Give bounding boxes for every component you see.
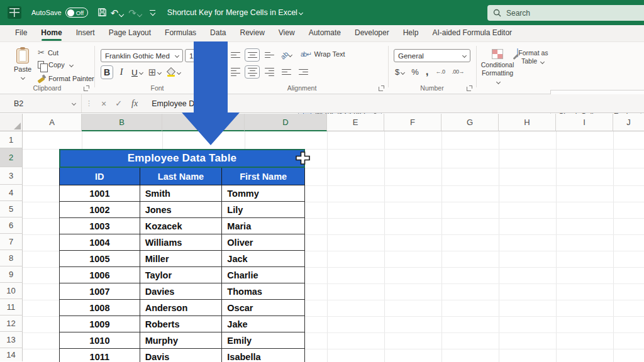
- row-header[interactable]: 13: [0, 332, 23, 348]
- cell-first-name[interactable]: Thomas: [222, 283, 304, 300]
- cancel-icon[interactable]: ×: [97, 99, 111, 109]
- ribbon-tab[interactable]: Developer: [348, 25, 396, 41]
- orientation-chevron-icon[interactable]: [288, 53, 292, 57]
- underline-chevron-icon[interactable]: [139, 70, 143, 74]
- row-header[interactable]: 10: [0, 283, 23, 299]
- cell-id[interactable]: 1011: [60, 349, 140, 362]
- cell-first-name[interactable]: Jake: [222, 316, 304, 332]
- column-header[interactable]: B: [82, 114, 162, 131]
- align-right-button[interactable]: [262, 65, 277, 79]
- row-header[interactable]: 12: [0, 315, 23, 332]
- align-middle-button[interactable]: [245, 48, 260, 62]
- row-header[interactable]: 7: [0, 234, 23, 250]
- cell-first-name[interactable]: Oliver: [222, 234, 304, 251]
- font-name-select[interactable]: Franklin Gothic Med: [101, 49, 183, 62]
- ribbon-tab[interactable]: Page Layout: [102, 25, 158, 41]
- merged-title-cell[interactable]: Employee Data Table: [59, 149, 305, 168]
- format-painter-button[interactable]: Format Painter: [38, 75, 94, 82]
- undo-chevron-icon[interactable]: [119, 11, 124, 16]
- cell-first-name[interactable]: Isabella: [222, 349, 304, 362]
- name-box[interactable]: B2: [0, 94, 82, 112]
- column-header[interactable]: E: [327, 114, 384, 131]
- number-dialog-launcher-icon[interactable]: [467, 85, 472, 91]
- cell-first-name[interactable]: Charlie: [222, 267, 304, 283]
- format-as-table-button[interactable]: Format as Table: [517, 49, 548, 65]
- cell-last-name[interactable]: Davis: [140, 349, 223, 362]
- row-header[interactable]: 4: [0, 185, 23, 201]
- row-header[interactable]: 1: [0, 131, 23, 148]
- ribbon-tab[interactable]: Home: [34, 25, 69, 41]
- decrease-decimal-button[interactable]: .00→: [452, 69, 465, 75]
- document-title[interactable]: Shortcut Key for Merge Cells in Excel: [167, 8, 303, 17]
- row-header[interactable]: 11: [0, 299, 23, 315]
- comma-button[interactable]: ,: [426, 65, 429, 78]
- cell-id[interactable]: 1007: [60, 283, 140, 300]
- cell-last-name[interactable]: Taylor: [140, 267, 223, 283]
- row-header[interactable]: 3: [0, 167, 23, 185]
- align-bottom-button[interactable]: [262, 48, 277, 62]
- column-header[interactable]: G: [441, 114, 499, 131]
- cell-first-name[interactable]: Tommy: [222, 185, 304, 202]
- row-header[interactable]: 5: [0, 201, 23, 217]
- column-header[interactable]: I: [556, 114, 613, 131]
- undo-icon[interactable]: ↶: [110, 7, 126, 19]
- cell-last-name[interactable]: Miller: [140, 251, 223, 267]
- cell-first-name[interactable]: Jack: [222, 251, 304, 267]
- cut-button[interactable]: ✂ Cut: [38, 48, 58, 57]
- cell-last-name[interactable]: Davies: [140, 283, 223, 300]
- align-center-button[interactable]: [245, 65, 260, 79]
- cell-id[interactable]: 1004: [60, 234, 140, 251]
- cell-id[interactable]: 1006: [60, 267, 140, 283]
- increase-indent-button[interactable]: [296, 65, 311, 79]
- ribbon-tab[interactable]: Automate: [302, 25, 348, 41]
- copy-chevron-icon[interactable]: [69, 62, 74, 67]
- customize-toolbar-icon[interactable]: [150, 10, 156, 15]
- clipboard-dialog-launcher-icon[interactable]: [84, 85, 89, 91]
- cell-id[interactable]: 1005: [60, 251, 140, 267]
- cell-last-name[interactable]: Jones: [140, 202, 223, 218]
- row-header[interactable]: 14: [0, 348, 23, 361]
- header-cell-last-name[interactable]: Last Name: [140, 168, 223, 185]
- cell-last-name[interactable]: Williams: [140, 234, 223, 251]
- column-header[interactable]: J: [613, 114, 644, 131]
- currency-chevron-icon[interactable]: [401, 70, 405, 75]
- paste-chevron-icon[interactable]: [20, 75, 25, 80]
- borders-chevron-icon[interactable]: [157, 70, 162, 74]
- ribbon-tab[interactable]: Data: [203, 25, 233, 41]
- ribbon-tab[interactable]: AI-aided Formula Editor: [425, 25, 519, 41]
- cell-last-name[interactable]: Murphy: [140, 332, 223, 349]
- cell-first-name[interactable]: Emily: [222, 332, 304, 349]
- search-box[interactable]: Search: [487, 5, 644, 21]
- orientation-button[interactable]: ab: [279, 48, 294, 62]
- ribbon-tab[interactable]: Help: [396, 25, 426, 41]
- conditional-formatting-button[interactable]: Conditional Formatting: [480, 49, 515, 85]
- borders-button[interactable]: ⊞: [147, 65, 164, 79]
- ribbon-tab[interactable]: File: [8, 25, 34, 41]
- row-header[interactable]: 8: [0, 250, 23, 266]
- row-header[interactable]: 2: [0, 148, 23, 167]
- italic-button[interactable]: I: [115, 65, 128, 79]
- excel-logo-icon[interactable]: [8, 6, 21, 19]
- header-cell-first-name[interactable]: First Name: [222, 168, 304, 185]
- paste-button[interactable]: Paste: [10, 48, 35, 80]
- ribbon-tab[interactable]: Formulas: [158, 25, 203, 41]
- cell-last-name[interactable]: Anderson: [140, 300, 223, 316]
- wrap-text-button[interactable]: ab↵ Wrap Text: [301, 50, 345, 58]
- ribbon-tab[interactable]: Insert: [69, 25, 102, 41]
- autosave-toggle[interactable]: Off: [65, 8, 88, 18]
- row-header[interactable]: 6: [0, 217, 23, 234]
- enter-icon[interactable]: ✓: [111, 99, 126, 108]
- cell-id[interactable]: 1003: [60, 218, 140, 234]
- underline-button[interactable]: U: [130, 65, 145, 79]
- cell-first-name[interactable]: Lily: [222, 202, 304, 218]
- column-header[interactable]: H: [499, 114, 556, 131]
- column-header[interactable]: D: [245, 114, 327, 131]
- select-all-corner[interactable]: [0, 114, 23, 131]
- copy-button[interactable]: Copy: [38, 61, 73, 69]
- bold-button[interactable]: B: [101, 65, 113, 79]
- column-header[interactable]: F: [384, 114, 441, 131]
- fill-color-button[interactable]: [165, 65, 182, 79]
- cell-id[interactable]: 1008: [60, 300, 140, 316]
- alignment-dialog-launcher-icon[interactable]: [379, 85, 384, 91]
- increase-decimal-button[interactable]: ←.0: [436, 69, 445, 75]
